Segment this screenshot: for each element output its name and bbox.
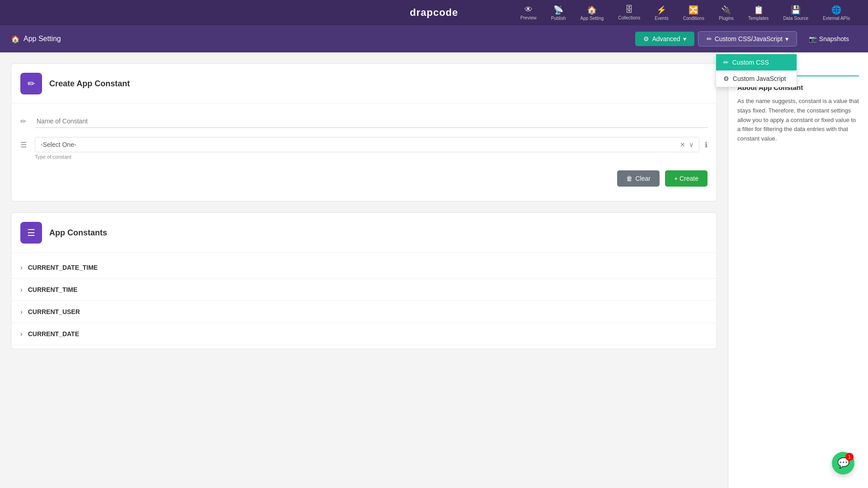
type-select[interactable]: -Select One- ✕ ∨ [35,137,699,152]
app-logo: drapcode [410,7,458,19]
custom-css-js-button[interactable]: ✏ Custom CSS/JavaScript ▾ [698,31,797,47]
nav-datasource-label: Data Source [783,16,808,21]
conditions-icon: 🔀 [689,5,698,15]
chevron-icon: › [20,330,23,338]
app-constants-title: App Constants [49,228,107,238]
chat-badge: 1 [845,453,854,461]
app-constants-icon-box: ☰ [20,222,42,244]
select-row: ☰ -Select One- ✕ ∨ ℹ [20,137,708,152]
templates-icon: 📋 [754,5,764,15]
nav-icons: 👁 Preview 📡 Publish 🏠 App Setting 🗄 Coll… [520,5,850,21]
page-title: 🏠 App Setting [11,35,61,43]
chevron-icon: › [20,264,23,271]
constant-name: CURRENT_DATE [28,330,79,338]
nav-app-setting-label: App Setting [580,16,604,21]
top-nav: drapcode 👁 Preview 📡 Publish 🏠 App Setti… [0,0,868,25]
table-row[interactable]: › CURRENT_DATE [11,323,717,345]
advanced-icon: ⚙ [643,35,649,42]
nav-publish-label: Publish [551,16,566,21]
create-constant-form: ✏ ☰ -Select One- ✕ ∨ ℹ Type of consta [11,104,717,201]
create-constant-icon-box: ✏ [20,73,42,94]
chat-widget[interactable]: 💬 1 [832,452,854,474]
nav-events[interactable]: ⚡ Events [655,5,669,21]
nav-events-label: Events [655,16,669,21]
nav-app-setting[interactable]: 🏠 App Setting [580,5,604,21]
main-content: ✏ Create App Constant ✏ ☰ -Select One- ✕ [0,52,868,488]
nav-publish[interactable]: 📡 Publish [551,5,566,21]
app-constants-header: ☰ App Constants [11,213,717,253]
about-text: As the name suggests, constant is a valu… [737,97,859,144]
nav-conditions-label: Conditions [683,16,704,21]
nav-external-apis[interactable]: 🌐 External APIs [823,5,850,21]
snapshots-button[interactable]: 📷 Snapshots [801,32,857,46]
custom-css-js-wrapper: ✏ Custom CSS/JavaScript ▾ ✏ Custom CSS ⚙… [698,31,797,47]
create-constant-title: Create App Constant [49,79,130,89]
chevron-icon: › [20,308,23,315]
table-row[interactable]: › CURRENT_TIME [11,279,717,301]
header-bar: 🏠 App Setting ⚙ Advanced ▾ ✏ Custom CSS/… [0,25,868,52]
name-row: ✏ [20,115,708,128]
nav-preview[interactable]: 👁 Preview [520,5,537,20]
dropdown-custom-css[interactable]: ✏ Custom CSS [716,54,797,70]
nav-datasource[interactable]: 💾 Data Source [783,5,808,21]
constant-name: CURRENT_USER [28,308,80,315]
create-constant-card: ✏ Create App Constant ✏ ☰ -Select One- ✕ [11,63,717,202]
select-text: -Select One- [41,141,76,148]
nav-external-apis-label: External APIs [823,16,850,21]
custom-css-icon: ✏ [723,59,729,66]
publish-icon: 📡 [553,5,563,15]
plugins-icon: 🔌 [721,5,731,15]
list-icon: ☰ [20,141,29,149]
nav-plugins[interactable]: 🔌 Plugins [719,5,734,21]
constant-name: CURRENT_TIME [28,286,78,293]
advanced-caret: ▾ [683,35,686,42]
custom-js-label: Custom JavaScript [733,75,786,82]
table-row[interactable]: › CURRENT_DATE_TIME [11,257,717,279]
app-setting-icon: 🏠 [587,5,597,15]
nav-templates[interactable]: 📋 Templates [748,5,769,21]
table-row[interactable]: › CURRENT_USER [11,301,717,323]
create-label: + Create [674,175,698,182]
type-label: Type of constant [35,154,708,160]
create-constant-icon: ✏ [28,78,35,89]
app-constants-card: ☰ App Constants › CURRENT_DATE_TIME › CU… [11,212,717,349]
nav-plugins-label: Plugins [719,16,734,21]
left-panel: ✏ Create App Constant ✏ ☰ -Select One- ✕ [0,52,728,488]
events-icon: ⚡ [656,5,666,15]
constant-name: CURRENT_DATE_TIME [28,264,98,271]
select-clear-btn[interactable]: ✕ [680,141,685,148]
advanced-button[interactable]: ⚙ Advanced ▾ [635,32,694,46]
nav-conditions[interactable]: 🔀 Conditions [683,5,704,21]
snapshots-label: Snapshots [819,35,849,42]
datasource-icon: 💾 [791,5,801,15]
home-icon: 🏠 [11,35,20,43]
custom-css-js-dropdown: ✏ Custom CSS ⚙ Custom JavaScript [716,54,797,87]
pencil-icon: ✏ [20,117,29,126]
header-right: ⚙ Advanced ▾ ✏ Custom CSS/JavaScript ▾ ✏… [635,31,857,47]
constants-list: › CURRENT_DATE_TIME › CURRENT_TIME › CUR… [11,253,717,349]
nav-preview-label: Preview [520,15,537,20]
nav-collections-label: Collections [618,15,640,20]
clear-label: Clear [635,175,650,182]
dropdown-custom-js[interactable]: ⚙ Custom JavaScript [716,70,797,87]
create-button[interactable]: + Create [665,170,708,187]
custom-js-icon: ⚙ [723,75,729,82]
create-constant-header: ✏ Create App Constant [11,64,717,104]
custom-css-js-caret: ▾ [785,35,788,42]
custom-css-js-icon: ✏ [707,35,712,42]
advanced-label: Advanced [652,35,680,42]
snapshots-icon: 📷 [809,35,816,42]
nav-templates-label: Templates [748,16,769,21]
external-apis-icon: 🌐 [831,5,841,15]
preview-icon: 👁 [524,5,533,14]
info-icon[interactable]: ℹ [705,141,708,149]
nav-collections[interactable]: 🗄 Collections [618,5,640,20]
app-constants-icon: ☰ [27,227,35,238]
clear-button[interactable]: 🗑 Clear [617,170,659,187]
clear-icon: 🗑 [626,175,632,182]
custom-css-label: Custom CSS [732,59,769,66]
form-actions: 🗑 Clear + Create [20,167,708,190]
custom-css-js-label: Custom CSS/JavaScript [715,35,783,42]
name-input[interactable] [35,115,708,128]
select-dropdown-btn[interactable]: ∨ [689,141,693,148]
